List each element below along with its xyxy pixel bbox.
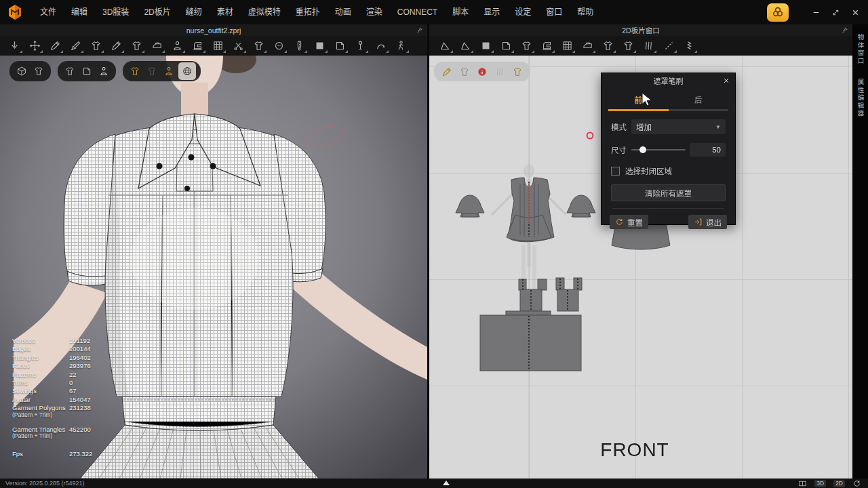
garment-fit-button[interactable]	[127, 64, 142, 79]
menu-item-14[interactable]: 窗口	[538, 0, 570, 24]
3d-viewport[interactable]: Vertices101192Edges200144Triangles196402…	[0, 56, 427, 479]
show-fabric-button[interactable]	[79, 64, 94, 79]
garment-set-button[interactable]	[31, 64, 46, 79]
exit-button[interactable]: 退出	[688, 215, 727, 229]
baseline-tool-button[interactable]	[658, 37, 679, 55]
dart-tool-button[interactable]	[516, 37, 536, 55]
view-2d-badge[interactable]: 2D	[833, 480, 845, 487]
info-mode-button[interactable]	[475, 64, 490, 79]
zipper-tool-button[interactable]	[289, 37, 309, 55]
dialog-close-button[interactable]	[722, 77, 730, 85]
clone-garment-icon	[131, 40, 142, 52]
avatar-button[interactable]	[167, 37, 187, 55]
garment-pin-button[interactable]	[85, 37, 106, 55]
menu-item-8[interactable]: 动画	[328, 0, 359, 24]
pattern-sleeve-band-left[interactable]	[462, 214, 477, 217]
simulate-button[interactable]	[4, 37, 24, 55]
closed-area-checkbox[interactable]	[611, 167, 620, 176]
split-view-icon[interactable]	[798, 479, 807, 488]
pattern-sleeve-band-right[interactable]	[574, 214, 589, 217]
brush-mode-button[interactable]	[439, 64, 454, 79]
dock-tab-0[interactable]: 物体窗口	[856, 34, 865, 65]
drape-tool-button[interactable]	[638, 37, 658, 55]
menu-item-2[interactable]: 3D服装	[95, 0, 136, 24]
size-value-field[interactable]: 50	[690, 143, 726, 157]
view-3d-badge[interactable]: 3D	[814, 480, 826, 487]
button-tool-button[interactable]	[269, 37, 289, 55]
garment-mode-icon	[459, 66, 470, 77]
slider-knob[interactable]	[639, 146, 646, 153]
reset-label: 重置	[627, 217, 643, 228]
wireframe-globe-button[interactable]	[178, 62, 196, 80]
garment-display-button[interactable]	[597, 37, 618, 55]
grid-texture-button[interactable]	[557, 37, 577, 55]
menu-item-11[interactable]: 脚本	[445, 0, 476, 24]
3d-panel-header: nurse_outfit2.zprj	[0, 24, 427, 36]
panel-pin-icon[interactable]	[841, 26, 848, 34]
brush-button[interactable]	[65, 37, 85, 55]
pattern-skirt-panel[interactable]	[480, 315, 581, 371]
clear-all-masks-button[interactable]: 清除所有遮罩	[611, 184, 726, 201]
render-cube-button[interactable]	[14, 64, 29, 79]
sewing-tool-button[interactable]	[536, 37, 557, 55]
menu-item-0[interactable]: 文件	[33, 0, 64, 24]
refresh-icon[interactable]	[852, 479, 861, 488]
menu-item-4[interactable]: 缝纫	[178, 0, 210, 24]
pattern-tab[interactable]	[538, 279, 547, 290]
size-slider[interactable]	[631, 142, 686, 157]
style-garment-button[interactable]	[248, 37, 269, 55]
tab-front[interactable]: 前	[608, 91, 669, 111]
clone-garment-button[interactable]	[126, 37, 146, 55]
connect-app-button[interactable]	[767, 3, 789, 22]
fabric-a-button[interactable]	[309, 37, 330, 55]
garment-texture-button[interactable]	[618, 37, 638, 55]
iron-tool-button[interactable]	[577, 37, 597, 55]
pen-3d-button[interactable]	[45, 37, 65, 55]
menu-item-10[interactable]: CONNECT	[390, 0, 445, 24]
bend-tool-button[interactable]	[370, 37, 391, 55]
avatar-display-button[interactable]	[161, 64, 176, 79]
steam-button[interactable]	[146, 37, 167, 55]
menu-item-7[interactable]: 重拓扑	[288, 0, 328, 24]
show-garment-button[interactable]	[62, 64, 77, 79]
menu-item-9[interactable]: 渲染	[359, 0, 390, 24]
garment-set-icon	[33, 66, 44, 77]
flatten-button[interactable]	[228, 37, 248, 55]
show-avatar-button[interactable]	[96, 64, 111, 79]
window-close-button[interactable]	[851, 8, 860, 17]
select-move-button[interactable]	[24, 37, 45, 55]
tab-back[interactable]: 后	[669, 91, 729, 111]
menu-item-1[interactable]: 编辑	[64, 0, 95, 24]
window-minimize-button[interactable]	[812, 8, 821, 17]
transform-pattern-button[interactable]	[435, 37, 455, 55]
edit-pattern-button[interactable]	[455, 37, 475, 55]
dialog-titlebar[interactable]: 遮罩笔刷	[601, 73, 735, 88]
rect-pattern-button[interactable]	[475, 37, 496, 55]
sewing-machine-button[interactable]	[187, 37, 208, 55]
panel-pin-icon[interactable]	[416, 26, 423, 34]
mode-select[interactable]: 增加 ▼	[631, 119, 726, 134]
texture-grid-button[interactable]	[208, 37, 228, 55]
texture-mode-button[interactable]	[492, 64, 507, 79]
menu-item-6[interactable]: 虚拟模特	[241, 0, 288, 24]
window-restore-button[interactable]	[831, 8, 840, 17]
polygon-pattern-button[interactable]	[496, 37, 516, 55]
panel-splitter[interactable]	[427, 24, 429, 479]
menu-item-13[interactable]: 设定	[507, 0, 538, 24]
stitch-tool-button[interactable]	[679, 37, 699, 55]
pose-tool-button[interactable]	[391, 37, 411, 55]
menu-item-3[interactable]: 2D板片	[136, 0, 178, 24]
reset-button[interactable]: 重置	[610, 215, 648, 229]
polygon-pen-button[interactable]	[106, 37, 126, 55]
garment-mode-button[interactable]	[457, 64, 472, 79]
pin-tool-button[interactable]	[350, 37, 370, 55]
menu-item-15[interactable]: 帮助	[570, 0, 601, 24]
pattern-belt-strip[interactable]	[506, 311, 551, 315]
statusbar-expand-button[interactable]	[443, 481, 450, 485]
fabric-b-button[interactable]	[330, 37, 350, 55]
shirt-mode-button[interactable]	[510, 64, 525, 79]
dock-tab-1[interactable]: 属性编辑器	[856, 79, 865, 118]
menu-item-12[interactable]: 显示	[476, 0, 507, 24]
garment-off-button[interactable]	[144, 64, 159, 79]
menu-item-5[interactable]: 素材	[210, 0, 241, 24]
